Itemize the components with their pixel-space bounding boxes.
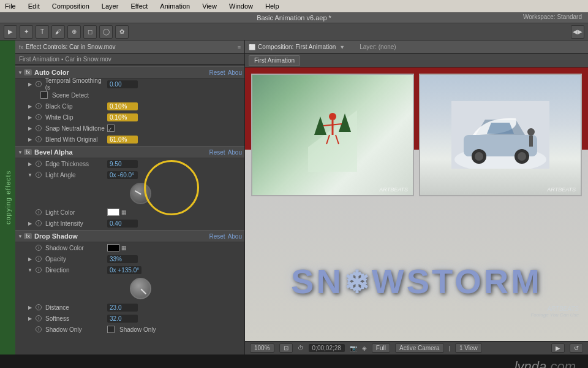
opacity-value[interactable]: 33% [107,255,138,263]
direction-dial[interactable] [130,278,151,299]
scene-detect-checkbox[interactable] [40,91,48,99]
scene-detect-label: Scene Detect [28,91,107,99]
white-clip-stopwatch[interactable] [36,114,42,120]
temporal-smoothing-row: ▶ Temporal Smoothing (s 0.00 [15,79,244,90]
bevel-alpha-reset[interactable]: Reset [209,149,225,156]
direction-value[interactable]: 0x +135.0° [107,266,141,274]
menu-view[interactable]: View [200,2,219,10]
black-clip-row: ▶ Black Clip 0.10% [15,101,244,112]
snap-neutral-stopwatch[interactable] [36,125,42,131]
blend-original-value[interactable]: 61.0% [107,136,138,144]
bevel-alpha-about[interactable]: Abou [228,149,242,156]
black-clip-stopwatch[interactable] [36,103,42,109]
menu-edit[interactable]: Edit [26,2,42,10]
photo-container: ARTBEATS [251,74,582,196]
comp-canvas: ARTBEATS [245,67,588,341]
auto-color-header[interactable]: ▼ fx Auto Color Reset Abou [15,66,244,79]
direction-dial-container [15,275,244,302]
light-angle-value[interactable]: 0x -60.0° [107,171,138,179]
edge-thickness-value[interactable]: 9.50 [107,160,138,168]
temporal-stopwatch[interactable] [36,81,42,87]
comp-header: ⬜ Composition: First Animation ▼ Layer: … [245,40,588,54]
menu-composition[interactable]: Composition [50,2,92,10]
workspace-value: Standard [557,13,582,20]
shadow-only-stopwatch[interactable] [36,326,42,332]
car-watermark: ARTBEATS [547,186,576,193]
comp-dropdown-icon[interactable]: ▼ [339,44,345,50]
tool-puppet[interactable]: ✿ [115,25,129,39]
render-btn[interactable]: ▶ [551,343,565,353]
left-sidebar: copying effects [0,40,15,355]
menu-help[interactable]: Help [263,2,282,10]
light-angle-stopwatch[interactable] [36,172,42,178]
blend-stopwatch[interactable] [36,136,42,142]
effect-controls-title: Effect Controls: Car in Snow.mov [26,44,235,50]
menu-effect[interactable]: Effect [128,2,150,10]
menu-file[interactable]: File [2,2,18,10]
tool-clone[interactable]: ⊕ [67,25,81,39]
temporal-smoothing-value[interactable]: 0.00 [107,80,138,88]
tool-brush[interactable]: 🖌 [51,25,65,39]
light-angle-dial[interactable] [130,183,151,204]
light-intensity-stopwatch[interactable] [36,220,42,226]
light-intensity-value[interactable]: 0.40 [107,220,138,228]
zoom-control[interactable]: 100% [250,343,274,353]
loop-btn[interactable]: ↺ [570,343,583,353]
black-clip-value[interactable]: 0.10% [107,102,138,110]
comp-tab-first-animation[interactable]: First Animation [249,55,300,66]
color-picker-icon[interactable]: ▦ [121,209,127,215]
view-control[interactable]: 1 View [455,343,482,353]
distance-row: ▶ Distance 23.0 [15,302,244,313]
direction-dial-indicator [140,288,146,294]
snap-neutral-row: ▶ Snap Neutral Midtone [15,123,244,134]
direction-stopwatch[interactable] [36,267,42,273]
drop-shadow-fx-badge: fx [24,233,32,239]
artbeats-tagline-label: Footage You Can Use [530,312,579,318]
quality-control[interactable]: Full [372,343,390,353]
tool-roto[interactable]: ◯ [99,25,113,39]
tool-select[interactable]: ▶ [4,25,17,39]
effect-list: ▼ fx Auto Color Reset Abou ▶ Temporal Sm… [15,65,244,337]
fit-view-btn[interactable]: ⊡ [279,343,293,353]
bevel-alpha-header[interactable]: ▼ fx Bevel Alpha Reset Abou [15,146,244,158]
breadcrumb-text: First Animation ▪ Car in Snow.mov [19,56,111,63]
distance-value[interactable]: 23.0 [107,304,138,312]
drop-shadow-about[interactable]: Abou [228,233,242,240]
bevel-alpha-name: Bevel Alpha [34,148,207,156]
drop-shadow-section: ▼ fx Drop Shadow Reset Abou Shadow Color [15,230,244,335]
auto-color-about[interactable]: Abou [228,69,242,76]
timecode-display[interactable]: 0;00;02;28 [309,344,345,352]
drop-shadow-header[interactable]: ▼ fx Drop Shadow Reset Abou [15,230,244,242]
distance-stopwatch[interactable] [36,304,42,310]
menu-animation[interactable]: Animation [157,2,192,10]
toolbar: ▶ ✦ T 🖌 ⊕ ◻ ◯ ✿ ◀▶ [0,23,588,40]
opacity-stopwatch[interactable] [36,256,42,262]
light-color-stopwatch[interactable] [36,209,42,215]
tool-text[interactable]: T [36,25,49,39]
bevel-fx-badge: fx [24,149,32,155]
light-color-swatch[interactable] [107,209,119,216]
separator: | [449,345,450,351]
shadow-color-swatch[interactable] [107,244,119,251]
panel-menu-icon[interactable]: ≡ [238,44,241,50]
tool-eraser[interactable]: ◻ [83,25,97,39]
shadow-only-checkbox[interactable] [107,326,115,333]
menu-window[interactable]: Window [227,2,255,10]
shadow-color-picker-icon[interactable]: ▦ [121,245,127,251]
camera-icon: 📷 [350,345,357,351]
light-angle-row: ▼ Light Angle 0x -60.0° [15,169,244,180]
softness-value[interactable]: 32.0 [107,315,138,323]
shadow-color-stopwatch[interactable] [36,245,42,251]
light-color-label: Light Color [28,209,107,216]
camera-control[interactable]: Active Camera [395,343,444,353]
tool-pen[interactable]: ✦ [20,25,33,39]
auto-color-reset[interactable]: Reset [209,69,225,76]
edge-stopwatch[interactable] [36,161,42,167]
white-clip-value[interactable]: 0.10% [107,113,138,121]
snap-neutral-checkbox[interactable] [107,125,115,132]
drop-shadow-reset[interactable]: Reset [209,233,225,240]
tool-playback[interactable]: ◀▶ [571,25,584,39]
car-photo-frame: ARTBEATS [419,74,582,196]
softness-stopwatch[interactable] [36,315,42,321]
menu-layer[interactable]: Layer [99,2,121,10]
